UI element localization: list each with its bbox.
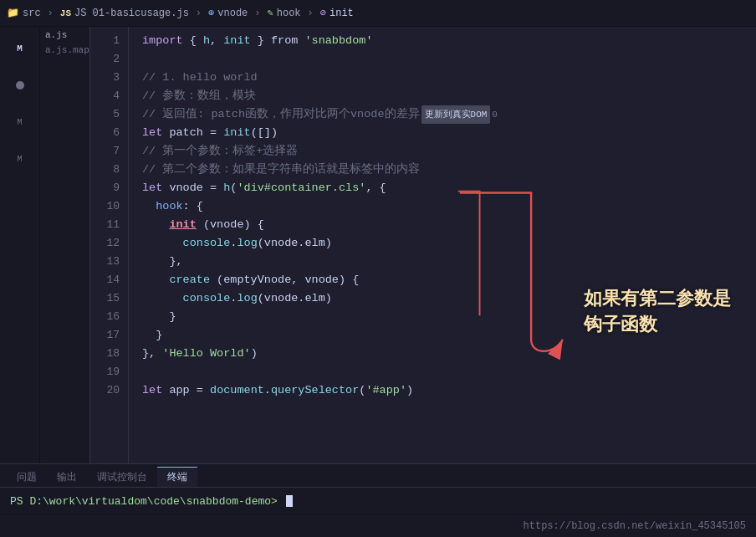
code-line-13: },	[142, 253, 756, 271]
terminal-cursor	[286, 495, 293, 507]
vnode-icon: ⊕	[208, 7, 214, 19]
code-editor: 1 2 3 4 5 6 7 8 9 10 11 12 13 14 15 16 1…	[90, 27, 756, 463]
js-icon: JS	[60, 8, 71, 18]
bottom-tabs: 问题 输出 调试控制台 终端	[0, 464, 756, 488]
code-line-10: hook : {	[142, 197, 756, 216]
tab-terminal[interactable]: 终端	[157, 467, 197, 487]
code-line-2	[142, 50, 756, 69]
activity-bar: M M M	[0, 27, 40, 463]
hook-icon: ✎	[268, 7, 273, 19]
inline-tooltip: 更新到真实DOM	[421, 105, 491, 124]
terminal-line: PS D:\work\virtualdom\code\snabbdom-demo…	[0, 488, 756, 514]
file-item-ajs[interactable]: a.js	[40, 27, 89, 43]
code-line-12: console . log (vnode.elm)	[142, 234, 756, 253]
breadcrumb-init[interactable]: ⊘ init	[320, 7, 354, 19]
tab-debug[interactable]: 调试控制台	[87, 467, 157, 487]
tab-output[interactable]: 输出	[47, 467, 87, 487]
breadcrumb-src[interactable]: 📁 src	[7, 7, 41, 19]
terminal-space	[278, 495, 284, 508]
code-line-11: init (vnode) {	[142, 216, 756, 234]
code-line-8: // 第二个参数：如果是字符串的话就是标签中的内容	[142, 161, 756, 179]
code-line-4: // 参数：数组，模块	[142, 87, 756, 105]
code-line-9: let vnode = h ( 'div#container.cls' , {	[142, 179, 756, 197]
file-item-ajsmap[interactable]: a.js.map	[40, 43, 89, 57]
code-content: import { h , init } from 'snabbdom' // 1…	[129, 27, 756, 463]
folder-icon: 📁	[7, 7, 19, 19]
breadcrumb-vnode[interactable]: ⊕ vnode	[208, 7, 248, 19]
code-line-3: // 1. hello world	[142, 69, 756, 87]
code-line-5: // 返回值: patch函数，作用对比两个vnode的差异 更新到真实DOM …	[142, 105, 756, 124]
activity-explorer[interactable]: M	[5, 33, 35, 64]
annotation-text: 如果有第二参数是 钩子函数	[584, 286, 731, 338]
tab-problems[interactable]: 问题	[7, 467, 47, 487]
activity-m2[interactable]: M	[5, 144, 35, 174]
code-line-6: let patch = init ([ ] )	[142, 124, 756, 142]
terminal-prompt: PS D:\work\virtualdom\code\snabbdom-demo…	[10, 495, 278, 508]
code-line-20: let app = document . querySelector ( '#a…	[142, 381, 756, 400]
breadcrumb-js[interactable]: JS JS 01-basicusage.js	[60, 8, 189, 19]
line-numbers: 1 2 3 4 5 6 7 8 9 10 11 12 13 14 15 16 1…	[90, 27, 129, 463]
dot-icon	[16, 81, 24, 90]
init-icon: ⊘	[320, 7, 326, 19]
activity-dot[interactable]	[5, 70, 35, 100]
breadcrumb-hook[interactable]: ✎ hook	[268, 7, 301, 19]
top-bar: 📁 src › JS JS 01-basicusage.js › ⊕ vnode…	[0, 0, 756, 27]
status-url: https://blog.csdn.net/weixin_45345105	[524, 520, 746, 532]
main-layout: M M M a.js a.js.map 1 2 3 4 5 6	[0, 27, 756, 463]
code-line-18: }, 'Hello World' )	[142, 345, 756, 363]
editor-area: a.js a.js.map 1 2 3 4 5 6 7 8 9 10 11 12…	[40, 27, 756, 463]
activity-m1[interactable]: M	[5, 107, 35, 137]
bottom-panel: 问题 输出 调试控制台 终端 PS D:\work\virtualdom\cod…	[0, 463, 756, 514]
code-line-1: import { h , init } from 'snabbdom'	[142, 32, 756, 50]
code-line-19	[142, 363, 756, 381]
code-line-7: // 第一个参数：标签+选择器	[142, 142, 756, 161]
status-bar: https://blog.csdn.net/weixin_45345105	[0, 514, 756, 537]
